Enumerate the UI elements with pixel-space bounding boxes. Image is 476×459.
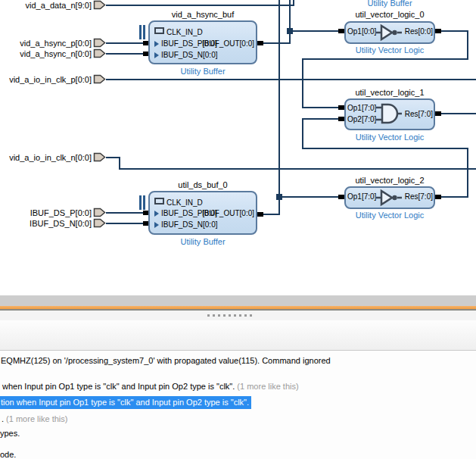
pin-op2[interactable]: Op2[7:0] (347, 115, 376, 123)
pin-ibuf-out[interactable]: IBUF_OUT[0:0] (194, 209, 254, 217)
pin-clk-in-d[interactable]: CLK_IN_D (154, 198, 203, 207)
console-line[interactable]: EQMHZ(125) on '/processing_system7_0' wi… (1, 355, 331, 366)
console-line[interactable]: when Input pin Op1 type is "clk" and Inp… (2, 381, 299, 392)
block-title: util_vector_logic_0 (344, 10, 435, 19)
pin-res[interactable]: Res[7:0] (400, 192, 433, 201)
port-vid-a-io-in-clk-p[interactable]: vid_a_io_in_clk_p[0:0] (0, 74, 106, 88)
and-gate-icon (376, 101, 402, 127)
port-icon (93, 152, 106, 163)
block-type-label: Utility Vector Logic (344, 211, 435, 220)
port-label: vid_a_io_in_clk_p[0:0] (9, 75, 92, 84)
port-vid-a-hsync-n[interactable]: vid_a_hsync_n[0:0] (0, 48, 106, 62)
port-label: vid_a_hsync_p[0:0] (20, 39, 92, 48)
port-icon (93, 208, 106, 218)
wire-junction (276, 194, 282, 200)
port-vid-a-data-n[interactable]: vid_a_data_n[9:0] (0, 0, 106, 14)
block-type-label: Utility Buffer (148, 67, 257, 76)
port-label: IBUF_DS_P[0:0] (30, 208, 92, 217)
console-line[interactable]: ode. (0, 449, 16, 459)
block-type-label: Utility Vector Logic (344, 45, 435, 55)
port-icon (93, 74, 106, 85)
pin-op1[interactable]: Op1[0:0] (347, 27, 376, 36)
pin-ibuf-ds-n[interactable]: IBUF_DS_N[0:0] (154, 51, 217, 59)
pin-stub (434, 195, 441, 199)
panel-splitter[interactable] (0, 311, 476, 320)
block-title: util_vector_logic_2 (344, 176, 435, 185)
not-gate-icon (376, 23, 402, 42)
pin-op1[interactable]: Op1[7:0] (347, 104, 376, 112)
clipped-block-type-label: Utility Buffer (344, 0, 435, 8)
block-title: vid_a_hsync_buf (148, 10, 257, 19)
wire-vid-a-io-in-clk-n (106, 158, 476, 169)
interface-pin-glyph (154, 198, 164, 205)
pin-res[interactable]: Res[7:0] (400, 110, 433, 118)
pin-ibuf-out[interactable]: IBUF_OUT[0:0] (194, 39, 254, 48)
block-type-label: Utility Buffer (148, 237, 257, 246)
more-like-this-note: (1 more like this) (4, 414, 67, 423)
port-label: vid_a_data_n[9:0] (26, 1, 92, 10)
console-line[interactable]: ypes. (0, 428, 20, 439)
port-ibuf-ds-n[interactable]: IBUF_DS_N[0:0] (0, 218, 106, 232)
input-arrow-icon (154, 211, 159, 217)
block-type-label: Utility Vector Logic (344, 133, 435, 142)
messages-console[interactable]: EQMHZ(125) on '/processing_system7_0' wi… (0, 351, 476, 459)
console-line[interactable]: . (1 more like this) (2, 414, 67, 424)
port-icon (93, 48, 106, 59)
wire-res2-to-op2 (303, 119, 468, 197)
pin-ibuf-ds-n[interactable]: IBUF_DS_N[0:0] (154, 220, 217, 229)
port-icon (93, 38, 106, 48)
interface-pin-icon (139, 195, 146, 210)
port-icon (93, 0, 106, 11)
port-icon (93, 218, 106, 229)
panel-gray-band (0, 295, 476, 306)
console-header-strip (0, 320, 476, 351)
vivado-window: Utility Buffer vid_a_data_n[9:0] vid_a_h… (0, 0, 476, 459)
block-title: util_vector_logic_1 (344, 88, 435, 97)
port-label: vid_a_io_in_clk_n[0:0] (9, 153, 92, 162)
input-arrow-icon (154, 52, 159, 58)
interface-pin-glyph (154, 27, 164, 34)
port-label: IBUF_DS_N[0:0] (30, 219, 92, 228)
wire-ibuf-out-hsync (263, 0, 290, 43)
block-title: util_ds_buf_0 (148, 180, 257, 189)
input-arrow-icon (154, 222, 159, 228)
not-gate-icon (376, 189, 402, 207)
pin-stub (434, 111, 441, 116)
pin-stub (434, 29, 441, 33)
pin-stub (257, 212, 263, 217)
pin-stub (257, 41, 263, 45)
block-design-canvas[interactable]: Utility Buffer vid_a_data_n[9:0] vid_a_h… (0, 0, 476, 295)
interface-pin-icon (139, 25, 146, 39)
console-line-selected[interactable]: tion when Input pin Op1 type is "clk" an… (0, 396, 251, 409)
more-like-this-note: (1 more like this) (235, 382, 298, 391)
wire-ibuf-out-dsbuf (263, 0, 279, 214)
wire-junction (287, 28, 293, 34)
port-label: vid_a_hsync_n[0:0] (20, 49, 92, 58)
splitter-grip-icon[interactable] (207, 314, 254, 317)
pin-op1[interactable]: Op1[7:0] (347, 192, 376, 201)
pin-clk-in-d[interactable]: CLK_IN_D (154, 27, 203, 36)
pin-res[interactable]: Res[0:0] (400, 27, 433, 36)
port-vid-a-io-in-clk-n[interactable]: vid_a_io_in_clk_n[0:0] (0, 152, 106, 166)
wire-vid-a-data-n (106, 0, 294, 5)
input-arrow-icon (154, 41, 159, 47)
